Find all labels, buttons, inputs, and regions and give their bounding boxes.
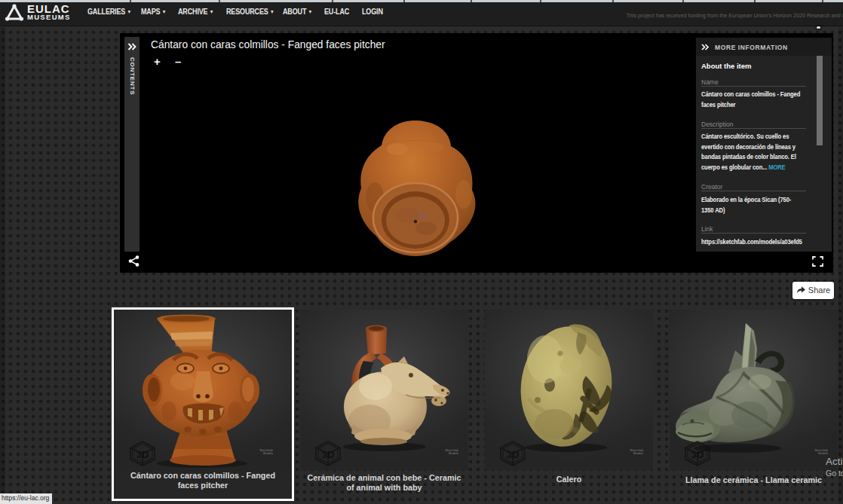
svg-text:3D: 3D [322, 449, 335, 460]
svg-text:3D: 3D [691, 449, 704, 460]
svg-text:3D: 3D [507, 449, 520, 460]
svg-text:3D: 3D [136, 449, 149, 460]
